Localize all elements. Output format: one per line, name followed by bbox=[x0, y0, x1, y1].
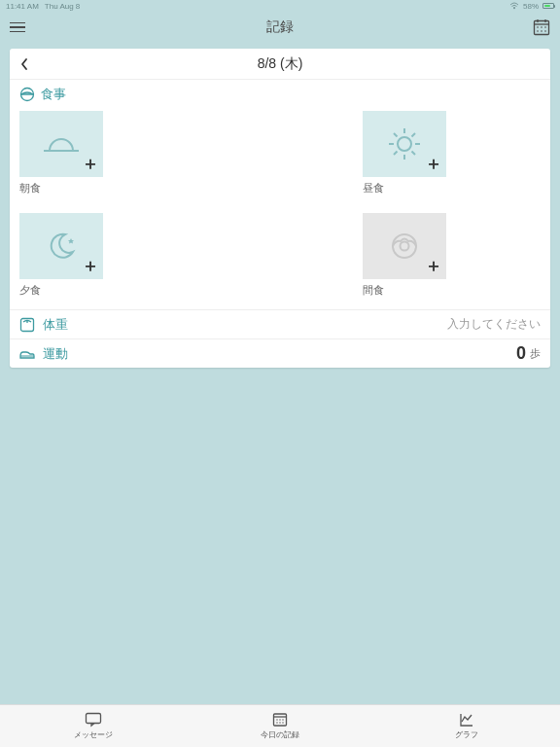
donut-icon bbox=[387, 229, 422, 264]
calendar-button[interactable] bbox=[533, 18, 550, 36]
svg-point-33 bbox=[282, 719, 283, 720]
nav-bar: 記録 bbox=[0, 12, 560, 43]
svg-point-34 bbox=[276, 722, 277, 723]
weight-label: 体重 bbox=[43, 316, 68, 334]
svg-point-10 bbox=[544, 30, 546, 32]
exercise-unit: 歩 bbox=[530, 346, 541, 361]
message-icon bbox=[85, 712, 102, 728]
meal-grid: ＋ 朝食 ＋ 昼食 ＋ 夕食 bbox=[10, 107, 550, 309]
svg-line-20 bbox=[412, 152, 416, 156]
date-text: 8/8 (木) bbox=[10, 55, 550, 73]
prev-day-button[interactable] bbox=[19, 57, 29, 71]
svg-point-7 bbox=[544, 26, 546, 28]
plus-icon: ＋ bbox=[425, 152, 442, 175]
svg-line-19 bbox=[394, 133, 398, 137]
sunrise-icon bbox=[40, 129, 83, 159]
svg-line-21 bbox=[394, 152, 398, 156]
calendar-icon bbox=[272, 712, 288, 728]
scale-icon bbox=[19, 317, 37, 333]
nav-title: 記録 bbox=[0, 18, 560, 36]
svg-point-0 bbox=[513, 8, 515, 10]
lunch-tile[interactable]: ＋ bbox=[363, 111, 446, 177]
tab-graph-label: グラフ bbox=[455, 729, 478, 740]
svg-point-6 bbox=[541, 26, 542, 28]
svg-point-8 bbox=[537, 30, 539, 32]
sun-icon bbox=[385, 124, 424, 163]
breakfast-tile[interactable]: ＋ bbox=[19, 111, 103, 177]
menu-button[interactable] bbox=[10, 22, 25, 33]
record-card: 8/8 (木) 食事 ＋ 朝食 ＋ 昼食 bbox=[10, 49, 550, 368]
dinner-tile[interactable]: ＋ bbox=[19, 213, 103, 279]
tab-today[interactable]: 今日の記録 bbox=[187, 705, 373, 747]
tab-bar: メッセージ 今日の記録 グラフ bbox=[0, 704, 560, 747]
date-row: 8/8 (木) bbox=[10, 49, 550, 80]
plus-icon: ＋ bbox=[425, 254, 442, 277]
svg-point-5 bbox=[537, 26, 539, 28]
meal-icon bbox=[19, 87, 35, 102]
plus-icon: ＋ bbox=[82, 254, 99, 277]
tab-messages-label: メッセージ bbox=[74, 729, 113, 740]
meal-section-label: 食事 bbox=[41, 86, 66, 103]
breakfast-label: 朝食 bbox=[19, 181, 197, 196]
tab-graph[interactable]: グラフ bbox=[373, 705, 560, 747]
exercise-row[interactable]: 運動 0 歩 bbox=[10, 338, 550, 368]
snack-label: 間食 bbox=[363, 283, 541, 298]
svg-line-22 bbox=[412, 133, 416, 137]
shoe-icon bbox=[19, 348, 37, 360]
svg-point-14 bbox=[398, 137, 411, 151]
meal-section-header: 食事 bbox=[10, 80, 550, 107]
dinner-label: 夕食 bbox=[19, 283, 197, 298]
plus-icon: ＋ bbox=[82, 152, 99, 175]
graph-icon bbox=[459, 712, 474, 728]
snack-tile[interactable]: ＋ bbox=[363, 213, 446, 279]
moon-icon bbox=[42, 227, 81, 266]
tab-today-label: 今日の記録 bbox=[261, 729, 299, 740]
status-time: 11:41 AM bbox=[6, 2, 39, 11]
svg-point-24 bbox=[401, 242, 409, 251]
status-date: Thu Aug 8 bbox=[45, 2, 80, 11]
lunch-label: 昼食 bbox=[363, 181, 541, 196]
svg-rect-28 bbox=[87, 714, 101, 724]
status-bar: 11:41 AM Thu Aug 8 58% bbox=[0, 0, 560, 12]
tab-messages[interactable]: メッセージ bbox=[0, 705, 187, 747]
exercise-value: 0 bbox=[516, 343, 526, 364]
wifi-icon bbox=[509, 2, 519, 10]
svg-point-35 bbox=[279, 722, 280, 723]
battery-percent: 58% bbox=[523, 2, 539, 11]
svg-point-31 bbox=[276, 719, 277, 720]
svg-point-32 bbox=[279, 719, 280, 720]
battery-icon bbox=[542, 3, 554, 9]
svg-point-36 bbox=[282, 722, 283, 723]
svg-point-9 bbox=[541, 30, 542, 32]
weight-placeholder: 入力してください bbox=[447, 316, 541, 333]
exercise-label: 運動 bbox=[43, 345, 68, 363]
weight-row[interactable]: 体重 入力してください bbox=[10, 309, 550, 338]
